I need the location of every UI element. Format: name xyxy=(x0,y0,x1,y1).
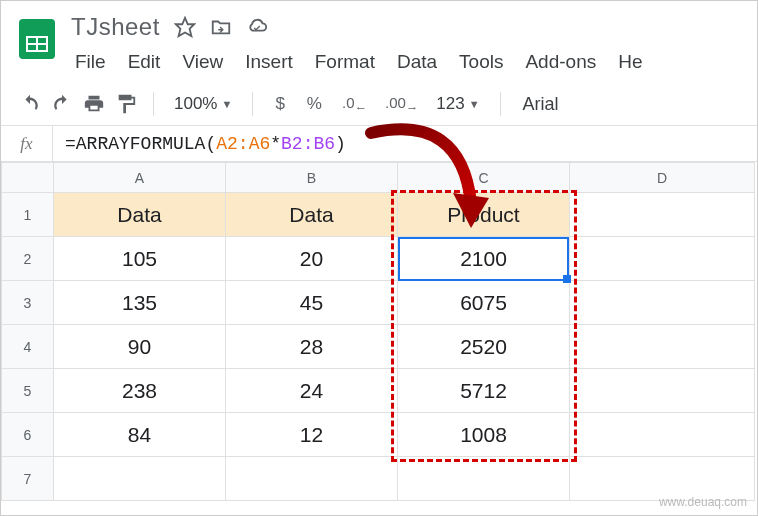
menu-tools[interactable]: Tools xyxy=(459,51,503,73)
undo-icon[interactable] xyxy=(17,91,43,117)
star-icon[interactable] xyxy=(174,16,196,38)
fx-label[interactable]: fx xyxy=(1,126,53,161)
increase-decimal-button[interactable]: .00→ xyxy=(379,94,424,115)
font-selector[interactable]: Arial xyxy=(515,94,567,115)
row-header-3[interactable]: 3 xyxy=(2,281,54,325)
decrease-decimal-button[interactable]: .0← xyxy=(336,94,373,115)
cell-A3[interactable]: 135 xyxy=(54,281,226,325)
formula-prefix: =ARRAYFORMULA( xyxy=(65,134,216,154)
cell-A2[interactable]: 105 xyxy=(54,237,226,281)
toolbar-separator xyxy=(252,92,253,116)
menu-addons[interactable]: Add-ons xyxy=(525,51,596,73)
formula-range1: A2:A6 xyxy=(216,134,270,154)
cell-A4[interactable]: 90 xyxy=(54,325,226,369)
paint-format-icon[interactable] xyxy=(113,91,139,117)
percent-button[interactable]: % xyxy=(299,94,330,114)
row-header-6[interactable]: 6 xyxy=(2,413,54,457)
sheets-logo-icon[interactable] xyxy=(13,15,61,63)
menu-insert[interactable]: Insert xyxy=(245,51,293,73)
formula-input[interactable]: =ARRAYFORMULA(A2:A6*B2:B6) xyxy=(53,134,346,154)
cell-D5[interactable] xyxy=(570,369,755,413)
select-all-corner[interactable] xyxy=(2,163,54,193)
menu-help[interactable]: He xyxy=(618,51,642,73)
menu-bar: File Edit View Insert Format Data Tools … xyxy=(71,45,745,83)
cell-B4[interactable]: 28 xyxy=(226,325,398,369)
row-header-5[interactable]: 5 xyxy=(2,369,54,413)
svg-marker-4 xyxy=(176,18,194,36)
spreadsheet-grid[interactable]: A B C D 1 Data Data Product 2 105 20 210… xyxy=(1,162,757,501)
toolbar-separator xyxy=(153,92,154,116)
currency-button[interactable]: $ xyxy=(267,94,292,114)
cell-B5[interactable]: 24 xyxy=(226,369,398,413)
cell-B1[interactable]: Data xyxy=(226,193,398,237)
cell-B2[interactable]: 20 xyxy=(226,237,398,281)
menu-data[interactable]: Data xyxy=(397,51,437,73)
cell-D1[interactable] xyxy=(570,193,755,237)
formula-suffix: ) xyxy=(335,134,346,154)
cell-C2[interactable]: 2100 xyxy=(398,237,570,281)
cell-C4[interactable]: 2520 xyxy=(398,325,570,369)
chevron-down-icon: ▼ xyxy=(221,98,232,110)
menu-view[interactable]: View xyxy=(182,51,223,73)
menu-edit[interactable]: Edit xyxy=(128,51,161,73)
menu-file[interactable]: File xyxy=(75,51,106,73)
cell-B3[interactable]: 45 xyxy=(226,281,398,325)
cell-A6[interactable]: 84 xyxy=(54,413,226,457)
move-folder-icon[interactable] xyxy=(210,16,232,38)
watermark-text: www.deuaq.com xyxy=(659,495,747,509)
chevron-down-icon: ▼ xyxy=(469,98,480,110)
cell-B7[interactable] xyxy=(226,457,398,501)
row-header-2[interactable]: 2 xyxy=(2,237,54,281)
cell-C3[interactable]: 6075 xyxy=(398,281,570,325)
app-header: TJsheet File Edit View Insert Format Dat… xyxy=(1,1,757,83)
formula-bar: fx =ARRAYFORMULA(A2:A6*B2:B6) xyxy=(1,126,757,162)
document-title[interactable]: TJsheet xyxy=(71,13,160,41)
cell-D7[interactable] xyxy=(570,457,755,501)
zoom-selector[interactable]: 100% ▼ xyxy=(168,94,238,114)
number-format-selector[interactable]: 123 ▼ xyxy=(430,94,485,114)
redo-icon[interactable] xyxy=(49,91,75,117)
cell-D4[interactable] xyxy=(570,325,755,369)
row-header-1[interactable]: 1 xyxy=(2,193,54,237)
toolbar-separator xyxy=(500,92,501,116)
column-header-B[interactable]: B xyxy=(226,163,398,193)
cell-D3[interactable] xyxy=(570,281,755,325)
column-header-D[interactable]: D xyxy=(570,163,755,193)
cell-C6[interactable]: 1008 xyxy=(398,413,570,457)
toolbar: 100% ▼ $ % .0← .00→ 123 ▼ Arial xyxy=(1,83,757,126)
menu-format[interactable]: Format xyxy=(315,51,375,73)
column-header-C[interactable]: C xyxy=(398,163,570,193)
formula-op: * xyxy=(270,134,281,154)
print-icon[interactable] xyxy=(81,91,107,117)
zoom-value: 100% xyxy=(174,94,217,114)
cell-D2[interactable] xyxy=(570,237,755,281)
cell-C7[interactable] xyxy=(398,457,570,501)
cell-C5[interactable]: 5712 xyxy=(398,369,570,413)
row-header-4[interactable]: 4 xyxy=(2,325,54,369)
cell-C1[interactable]: Product xyxy=(398,193,570,237)
formula-range2: B2:B6 xyxy=(281,134,335,154)
cloud-status-icon[interactable] xyxy=(246,16,268,38)
cell-A7[interactable] xyxy=(54,457,226,501)
cell-A5[interactable]: 238 xyxy=(54,369,226,413)
cell-D6[interactable] xyxy=(570,413,755,457)
cell-B6[interactable]: 12 xyxy=(226,413,398,457)
cell-A1[interactable]: Data xyxy=(54,193,226,237)
column-header-A[interactable]: A xyxy=(54,163,226,193)
row-header-7[interactable]: 7 xyxy=(2,457,54,501)
